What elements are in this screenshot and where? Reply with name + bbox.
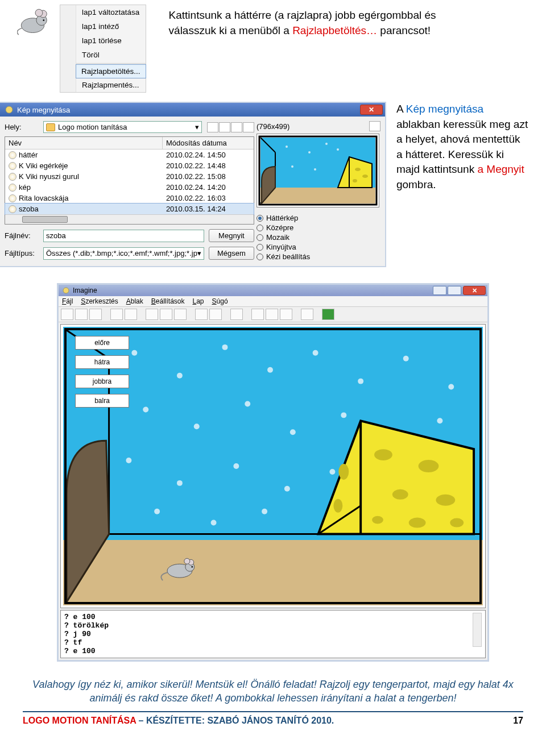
file-icon (9, 184, 16, 192)
tool-play-icon[interactable] (280, 309, 292, 320)
svg-point-70 (184, 558, 190, 564)
ctx-item-rajzlapmentes[interactable]: Rajzlapmentés... (76, 78, 146, 92)
up-icon[interactable] (219, 122, 230, 132)
ctx-item-torlese[interactable]: lap1 törlése (76, 34, 146, 48)
file-list: Név Módosítás dátuma háttér2010.02.24. 1… (5, 136, 254, 225)
maximize-button[interactable] (448, 286, 461, 295)
zoom-icon[interactable] (369, 121, 380, 131)
svg-point-40 (290, 429, 296, 435)
svg-point-46 (233, 463, 239, 469)
svg-point-4 (43, 19, 44, 21)
menu-beallitasok[interactable]: Beállítások (151, 297, 185, 305)
svg-point-51 (154, 509, 160, 514)
btn-balra[interactable]: balra (75, 394, 129, 408)
imagine-window: Imagine ✕ Fájl Szerkesztés Ablak Beállít… (57, 283, 489, 662)
btn-elore[interactable]: előre (75, 336, 129, 350)
filename-input[interactable] (43, 230, 204, 242)
btn-hatra[interactable]: hátra (75, 355, 129, 369)
close-button[interactable]: ✕ (360, 105, 383, 115)
svg-point-17 (353, 179, 357, 182)
tool-copy-icon[interactable] (110, 309, 123, 320)
tool-stop-icon[interactable] (266, 309, 278, 320)
svg-point-18 (286, 146, 288, 148)
tool-paste-icon[interactable] (125, 309, 137, 320)
tool-brush-icon[interactable] (230, 309, 243, 320)
radio-kinyujtva[interactable]: Kinyújtva (257, 242, 380, 252)
minimize-button[interactable] (433, 286, 446, 295)
ctx-item-intezo[interactable]: lap1 intéző (76, 19, 146, 34)
svg-point-53 (262, 509, 267, 514)
file-row[interactable]: K Viki egérkéje2010.02.22. 14:48 (5, 160, 254, 171)
svg-point-31 (222, 344, 228, 350)
console-scrollbar[interactable] (473, 613, 482, 647)
imagine-menubar: Fájl Szerkesztés Ablak Beállítások Lap S… (59, 296, 487, 306)
app-icon (5, 105, 14, 114)
svg-point-65 (338, 464, 349, 480)
svg-point-62 (372, 516, 383, 524)
svg-point-37 (143, 406, 148, 412)
mouse-clipart-icon (17, 5, 48, 36)
filename-label: Fájlnév: (5, 231, 39, 240)
menu-ablak[interactable]: Ablak (126, 297, 143, 305)
col-name[interactable]: Név (5, 137, 163, 149)
menu-szerkesztes[interactable]: Szerkesztés (81, 297, 118, 305)
svg-point-64 (450, 518, 464, 527)
radio-kozepre[interactable]: Középre (257, 223, 380, 232)
drawing-canvas[interactable]: előre hátra jobbra balra (60, 324, 486, 608)
view-icon[interactable] (243, 122, 254, 132)
tool-open-icon[interactable] (61, 309, 73, 320)
file-row-selected[interactable]: szoba2010.03.15. 14:24 (5, 203, 254, 215)
svg-point-30 (177, 373, 183, 379)
close-button[interactable]: ✕ (463, 286, 486, 295)
file-row[interactable]: háttér2010.02.24. 14:50 (5, 149, 254, 160)
radio-kezi[interactable]: Kézi beállítás (257, 252, 380, 261)
instruction-text-1: Kattintsunk a háttérre (a rajzlapra) job… (169, 8, 465, 93)
tool-window-icon[interactable] (301, 309, 313, 320)
tool-turtle-icon[interactable] (146, 309, 158, 320)
menu-fajl[interactable]: Fájl (62, 297, 73, 305)
file-row[interactable]: K Viki nyuszi gurul2010.02.22. 15:08 (5, 171, 254, 182)
preview-pane (257, 134, 379, 207)
newfolder-icon[interactable] (231, 122, 242, 132)
tool-green-icon[interactable] (322, 309, 334, 320)
radio-mozaik[interactable]: Mozaik (257, 232, 380, 242)
radio-hatterkep[interactable]: Háttérkép (257, 213, 380, 223)
ctx-item-torol[interactable]: Töröl (76, 48, 146, 62)
tool-print-icon[interactable] (89, 309, 102, 320)
tool-zoom-icon[interactable] (195, 309, 208, 320)
image-dims: (796x499) (257, 122, 290, 131)
col-date[interactable]: Módosítás dátuma (163, 137, 254, 149)
cancel-button[interactable]: Mégsem (209, 247, 254, 260)
tool-pause-icon[interactable] (251, 309, 264, 320)
menu-lap[interactable]: Lap (192, 297, 204, 305)
filetype-select[interactable]: Összes (*.dib;*.bmp;*.ico;*.emf;*.wmf;*.… (43, 247, 204, 260)
open-button[interactable]: Megnyit (209, 229, 254, 242)
menu-sugo[interactable]: Súgó (212, 297, 228, 305)
file-icon (9, 205, 16, 213)
tool-shape-icon[interactable] (160, 309, 172, 320)
tool-save-icon[interactable] (75, 309, 88, 320)
svg-point-52 (211, 520, 217, 526)
command-console[interactable]: ? e 100 ? törölkép ? j 90 ? tf ? e 100 (60, 610, 486, 658)
svg-point-5 (6, 106, 13, 113)
file-icon (9, 151, 16, 159)
ctx-item-valtoztatasa[interactable]: lap1 változtatása (76, 5, 146, 19)
horizontal-scrollbar[interactable] (5, 214, 254, 224)
ctx-item-rajzlapbetoltes[interactable]: Rajzlapbetöltés... (76, 64, 146, 78)
svg-point-47 (284, 486, 290, 492)
svg-point-41 (341, 412, 346, 418)
imagine-toolbar (59, 306, 487, 322)
file-row[interactable]: Rita lovacskája2010.02.22. 16:03 (5, 193, 254, 203)
dialog-toolbar-icons (206, 122, 254, 132)
svg-point-20 (325, 143, 328, 145)
svg-point-61 (436, 495, 455, 506)
svg-point-29 (131, 350, 137, 356)
tool-rect-icon[interactable] (174, 309, 187, 320)
location-dropdown[interactable]: Logo motion tanítása ▾ (43, 121, 202, 133)
svg-point-63 (409, 518, 426, 528)
placement-radios: Háttérkép Középre Mozaik Kinyújtva Kézi … (257, 213, 380, 261)
tool-gear-icon[interactable] (209, 309, 222, 320)
btn-jobbra[interactable]: jobbra (75, 375, 129, 388)
back-icon[interactable] (207, 122, 218, 132)
file-row[interactable]: kép2010.02.24. 14:20 (5, 182, 254, 193)
